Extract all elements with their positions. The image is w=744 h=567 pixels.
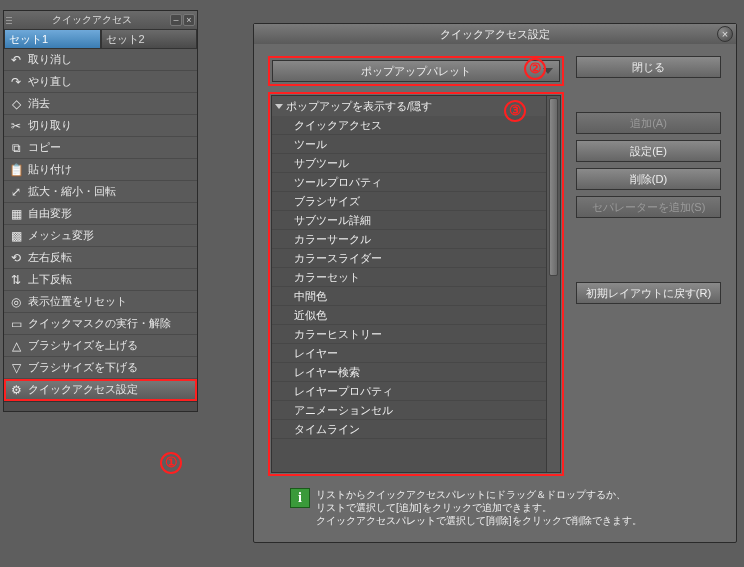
collapse-triangle-icon [275,104,283,109]
list-item[interactable]: レイヤープロパティ [272,382,546,401]
list-item[interactable]: ▽ブラシサイズを下げる [4,357,197,379]
item-label: 自由変形 [28,206,72,221]
panel-titlebar[interactable]: クイックアクセス – × [4,11,197,29]
list-item[interactable]: サブツール [272,154,546,173]
item-icon: ▽ [8,360,24,376]
listbox-annotation-box: ポップアップを表示する/隠す クイックアクセスツールサブツールツールプロパティブ… [268,92,564,476]
hint-row: i リストからクイックアクセスパレットにドラッグ＆ドロップするか、 リストで選択… [254,482,736,535]
close-button[interactable]: 閉じる [576,56,721,78]
dropdown-label: ポップアップパレット [361,64,471,79]
list-item[interactable]: アニメーションセル [272,401,546,420]
tab-set2[interactable]: セット2 [101,29,198,49]
item-label: 左右反転 [28,250,72,265]
quick-access-panel: クイックアクセス – × セット1 セット2 ↶取り消し↷やり直し◇消去✂切り取… [3,10,198,412]
item-label: 上下反転 [28,272,72,287]
list-item[interactable]: ⇅上下反転 [4,269,197,291]
item-label: やり直し [28,74,72,89]
item-label: クイックマスクの実行・解除 [28,316,171,331]
minimize-icon[interactable]: – [170,14,182,26]
quick-access-list: ↶取り消し↷やり直し◇消去✂切り取り⧉コピー📋貼り付け⤢拡大・縮小・回転▦自由変… [4,49,197,401]
item-icon: ⤢ [8,184,24,200]
list-item[interactable]: 📋貼り付け [4,159,197,181]
delete-button[interactable]: 削除(D) [576,168,721,190]
reset-layout-button[interactable]: 初期レイアウトに戻す(R) [576,282,721,304]
item-icon: ⇅ [8,272,24,288]
list-item[interactable]: 中間色 [272,287,546,306]
list-item[interactable]: タイムライン [272,420,546,439]
item-icon: ⟲ [8,250,24,266]
item-icon: ◇ [8,96,24,112]
dialog-title: クイックアクセス設定 [440,27,550,42]
list-item[interactable]: ⧉コピー [4,137,197,159]
close-icon[interactable]: × [717,26,733,42]
list-item[interactable]: サブツール詳細 [272,211,546,230]
list-item[interactable]: ブラシサイズ [272,192,546,211]
annotation-2: ② [524,58,546,80]
panel-title: クイックアクセス [14,13,170,27]
item-label: 切り取り [28,118,72,133]
list-item[interactable]: ▭クイックマスクの実行・解除 [4,313,197,335]
info-icon: i [290,488,310,508]
item-icon: 📋 [8,162,24,178]
item-label: 表示位置をリセット [28,294,127,309]
add-button[interactable]: 追加(A) [576,112,721,134]
list-item[interactable]: ツールプロパティ [272,173,546,192]
list-item[interactable]: ツール [272,135,546,154]
list-item[interactable]: カラーサークル [272,230,546,249]
item-label: メッシュ変形 [28,228,94,243]
set-tabs: セット1 セット2 [4,29,197,49]
list-item[interactable]: ✂切り取り [4,115,197,137]
command-listbox[interactable]: ポップアップを表示する/隠す クイックアクセスツールサブツールツールプロパティブ… [271,95,561,473]
close-icon[interactable]: × [183,14,195,26]
grip-icon [4,11,14,29]
list-item[interactable]: ◎表示位置をリセット [4,291,197,313]
item-label: クイックアクセス設定 [28,382,138,397]
scrollbar-thumb[interactable] [549,98,558,276]
item-label: ブラシサイズを上げる [28,338,138,353]
item-label: 貼り付け [28,162,72,177]
dropdown-annotation-box: ポップアップパレット [268,56,564,86]
list-item[interactable]: ⤢拡大・縮小・回転 [4,181,197,203]
item-label: 消去 [28,96,50,111]
item-label: コピー [28,140,61,155]
list-item[interactable]: レイヤー [272,344,546,363]
list-item[interactable]: カラースライダー [272,249,546,268]
item-icon: ✂ [8,118,24,134]
list-item[interactable]: ⟲左右反転 [4,247,197,269]
item-label: 取り消し [28,52,72,67]
list-item[interactable]: ↶取り消し [4,49,197,71]
item-icon: △ [8,338,24,354]
list-item[interactable]: ▩メッシュ変形 [4,225,197,247]
annotation-1: ① [160,452,182,474]
item-icon: ▭ [8,316,24,332]
item-icon: ⚙ [8,382,24,398]
item-label: 拡大・縮小・回転 [28,184,116,199]
hint-text: リストからクイックアクセスパレットにドラッグ＆ドロップするか、 リストで選択して… [316,488,642,527]
scrollbar[interactable] [546,96,560,472]
list-item[interactable]: クイックアクセス [272,116,546,135]
annotation-3: ③ [504,100,526,122]
item-icon: ◎ [8,294,24,310]
item-icon: ↷ [8,74,24,90]
item-label: ブラシサイズを下げる [28,360,138,375]
add-separator-button[interactable]: セパレーターを追加(S) [576,196,721,218]
category-dropdown[interactable]: ポップアップパレット [272,60,560,82]
list-item[interactable]: カラーヒストリー [272,325,546,344]
list-item[interactable]: カラーセット [272,268,546,287]
list-item[interactable]: レイヤー検索 [272,363,546,382]
quick-access-settings-dialog: クイックアクセス設定 × ポップアップパレット ポップアップを表示する/隠す ク… [253,23,737,543]
item-icon: ▦ [8,206,24,222]
dialog-titlebar[interactable]: クイックアクセス設定 × [254,24,736,44]
panel-footer [4,401,197,411]
list-item[interactable]: ▦自由変形 [4,203,197,225]
item-icon: ↶ [8,52,24,68]
list-item[interactable]: ◇消去 [4,93,197,115]
item-icon: ▩ [8,228,24,244]
tab-set1[interactable]: セット1 [4,29,101,49]
list-item[interactable]: ⚙クイックアクセス設定 [4,379,197,401]
list-item[interactable]: 近似色 [272,306,546,325]
item-icon: ⧉ [8,140,24,156]
list-item[interactable]: ↷やり直し [4,71,197,93]
settings-button[interactable]: 設定(E) [576,140,721,162]
list-item[interactable]: △ブラシサイズを上げる [4,335,197,357]
